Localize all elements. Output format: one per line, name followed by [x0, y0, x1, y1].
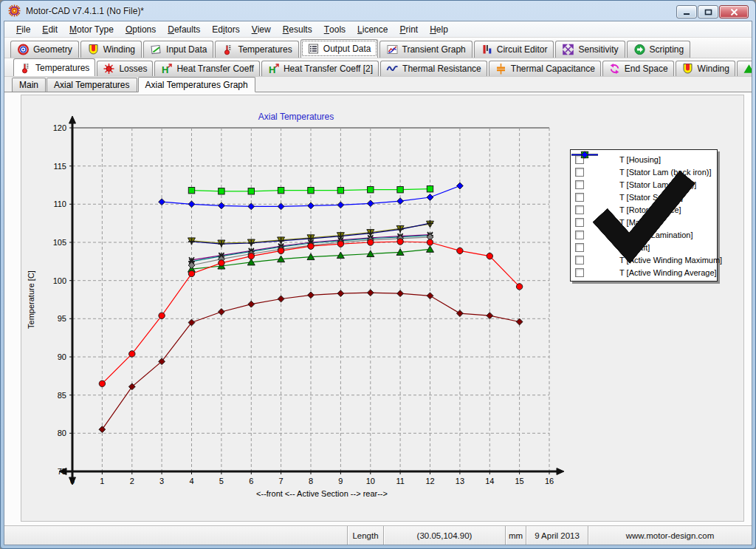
subtab-thermal-resistance[interactable]: Thermal Resistance — [380, 61, 487, 76]
toolbar-tab-output-data[interactable]: Output Data — [300, 39, 378, 58]
maximize-icon — [704, 9, 712, 16]
client-area: FileEditMotor TypeOptionsDefaultsEditors… — [4, 21, 752, 545]
menu-item-view[interactable]: View — [246, 21, 277, 37]
subtab-heat-transfer-coeff-2[interactable]: HHeat Transfer Coeff [2] — [261, 61, 379, 76]
toolbar-tab-geometry[interactable]: Geometry — [10, 41, 79, 58]
output-data-toolbar: TemperaturesLossesHHeat Transfer CoeffHH… — [4, 58, 752, 77]
svg-text:5: 5 — [219, 477, 224, 485]
status-cell-date: 9 April 2013 — [526, 526, 588, 545]
toolbar-tab-input-data[interactable]: Input Data — [143, 41, 213, 58]
main-toolbar: GeometryWindingInput DataTemperaturesOut… — [4, 38, 752, 58]
miscellaneous-icon — [743, 63, 752, 75]
subtab-winding[interactable]: Winding — [676, 61, 735, 76]
svg-text:110: 110 — [53, 200, 66, 208]
toolbar-label: End Space — [625, 64, 668, 74]
app-window: Motor-CAD v7.4.1.1 (No File)* FileEditMo… — [0, 0, 756, 549]
toolbar-label: Temperatures — [35, 63, 89, 73]
svg-text:14: 14 — [485, 477, 494, 485]
heat-transfer-icon: H — [160, 63, 173, 75]
subtab-heat-transfer-coeff[interactable]: HHeat Transfer Coeff — [154, 61, 260, 76]
menu-bar: FileEditMotor TypeOptionsDefaultsEditors… — [4, 21, 752, 38]
svg-text:4: 4 — [189, 477, 193, 485]
title-bar[interactable]: Motor-CAD v7.4.1.1 (No File)* — [1, 1, 755, 21]
toolbar-tab-circuit-editor[interactable]: Circuit Editor — [474, 41, 554, 58]
close-button[interactable] — [719, 5, 749, 18]
svg-text:11: 11 — [396, 477, 404, 485]
page-tab-strip: MainAxial TemperaturesAxial Temperatures… — [4, 77, 752, 92]
menu-item-defaults[interactable]: Defaults — [162, 21, 206, 37]
svg-text:120: 120 — [53, 123, 66, 132]
subtab-thermal-capacitance[interactable]: Thermal Capacitance — [489, 61, 601, 76]
toolbar-label: Scripting — [650, 44, 684, 55]
scripting-icon — [633, 44, 646, 55]
thermal-capacitance-icon — [495, 63, 507, 75]
menu-item-results[interactable]: Results — [277, 21, 318, 37]
minimize-button[interactable] — [676, 5, 697, 18]
toolbar-label: Thermal Resistance — [402, 64, 481, 74]
menu-item-file[interactable]: File — [10, 21, 36, 37]
toolbar-tab-temperatures[interactable]: Temperatures — [215, 41, 298, 58]
chart-title: Axial Temperatures — [258, 112, 334, 122]
toolbar-label: Winding — [103, 44, 135, 55]
x-axis-label: <--front <-- Active Section --> rear--> — [256, 489, 388, 498]
menu-item-motor-type[interactable]: Motor Type — [63, 21, 120, 37]
window-title: Motor-CAD v7.4.1.1 (No File)* — [26, 6, 144, 16]
subtab-temperatures[interactable]: Temperatures — [13, 58, 95, 76]
subtab-losses[interactable]: Losses — [97, 61, 153, 76]
page-tab-axial-temperatures-graph[interactable]: Axial Temperatures Graph — [138, 77, 255, 92]
status-cell-units: mm — [505, 526, 526, 545]
app-icon — [8, 4, 21, 17]
toolbar-label: Input Data — [166, 44, 207, 55]
output-data-icon — [307, 43, 320, 55]
menu-item-edit[interactable]: Edit — [36, 21, 63, 37]
svg-text:16: 16 — [545, 477, 554, 485]
toolbar-label: Temperatures — [238, 44, 292, 55]
toolbar-tab-winding[interactable]: Winding — [80, 41, 142, 58]
toolbar-tab-scripting[interactable]: Scripting — [627, 41, 691, 58]
svg-text:15: 15 — [515, 477, 523, 485]
maximize-button[interactable] — [698, 5, 718, 18]
toolbar-label: Losses — [119, 64, 147, 74]
toolbar-tab-sensitivity[interactable]: Sensitivity — [555, 41, 625, 58]
y-axis-label: Temperature [C] — [27, 270, 35, 329]
svg-text:H: H — [269, 64, 275, 75]
menu-item-help[interactable]: Help — [424, 21, 454, 37]
status-cell-website[interactable]: www.motor-design.com — [588, 526, 752, 545]
minimize-icon — [683, 9, 690, 16]
subtab-end-space[interactable]: End Space — [602, 61, 674, 76]
menu-item-print[interactable]: Print — [394, 21, 424, 37]
svg-text:2: 2 — [130, 477, 134, 485]
svg-text:105: 105 — [53, 238, 66, 247]
menu-item-options[interactable]: Options — [120, 21, 162, 37]
axial-temperatures-graph-page: 7580859095100105110115120012345678910111… — [4, 92, 752, 525]
toolbar-label: Transient Graph — [402, 44, 466, 55]
end-space-icon — [608, 63, 621, 75]
svg-text:75: 75 — [58, 467, 66, 476]
svg-text:0: 0 — [70, 477, 75, 485]
sensitivity-icon — [562, 44, 574, 55]
page-tab-main[interactable]: Main — [12, 78, 46, 92]
menu-item-licence[interactable]: Licence — [351, 21, 394, 37]
geometry-icon — [17, 44, 30, 55]
circuit-editor-icon — [481, 44, 493, 55]
svg-text:3: 3 — [159, 477, 164, 485]
subtab-miscellaneous[interactable]: Miscellaneous — [737, 61, 752, 76]
svg-text:9: 9 — [338, 477, 343, 485]
toolbar-label: Heat Transfer Coeff — [176, 64, 254, 74]
menu-item-editors[interactable]: Editors — [206, 21, 245, 37]
transient-graph-icon — [386, 44, 399, 55]
winding-icon — [681, 63, 694, 75]
chart-legend: T [Housing]T [Stator Lam (back iron)]T [… — [570, 149, 718, 282]
svg-text:90: 90 — [58, 352, 66, 361]
page-tab-axial-temperatures[interactable]: Axial Temperatures — [47, 78, 137, 92]
legend-checkbox-t-active-winding-average[interactable] — [575, 268, 584, 277]
losses-icon — [103, 63, 115, 75]
toolbar-label: Heat Transfer Coeff [2] — [284, 64, 373, 74]
svg-text:7: 7 — [279, 477, 284, 485]
menu-item-tools[interactable]: Tools — [318, 21, 351, 37]
toolbar-tab-transient-graph[interactable]: Transient Graph — [379, 41, 472, 58]
svg-text:12: 12 — [425, 477, 434, 485]
thermal-resistance-icon — [386, 63, 399, 75]
input-data-icon — [150, 44, 162, 55]
svg-text:85: 85 — [58, 391, 66, 400]
